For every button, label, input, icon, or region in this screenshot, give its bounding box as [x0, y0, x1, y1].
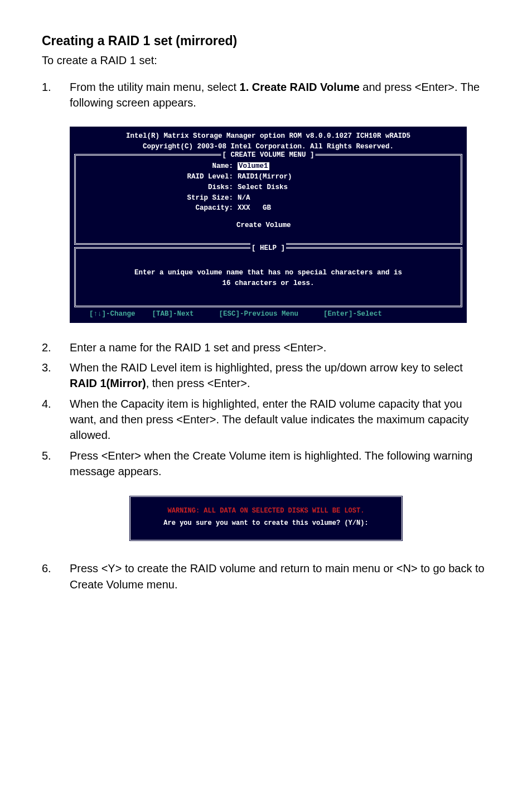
create-volume-action[interactable]: Create Volume: [76, 220, 461, 231]
field-value: Volume1: [238, 161, 269, 172]
step-text: Enter a name for the RAID 1 set and pres…: [70, 340, 490, 355]
text-fragment: When the RAID Level item is highlighted,…: [70, 361, 463, 374]
field-label: Disks:: [81, 182, 238, 193]
field-value: Select Disks: [238, 182, 288, 193]
text-fragment: From the utility main menu, select: [70, 81, 240, 93]
step-number: 2.: [42, 340, 70, 355]
step-text: Press <Y> to create the RAID volume and …: [70, 561, 490, 592]
create-volume-menu-box: [ CREATE VOLUME MENU ] Name: Volume1 RAI…: [74, 154, 462, 245]
step-2: 2. Enter a name for the RAID 1 set and p…: [42, 340, 490, 355]
step-list-2: 2. Enter a name for the RAID 1 set and p…: [42, 340, 490, 480]
field-value: RAID1(Mirror): [238, 172, 292, 182]
step-number: 6.: [42, 561, 70, 592]
step-number: 1.: [42, 79, 70, 111]
bios-screenshot: Intel(R) Matrix Storage Manager option R…: [70, 127, 467, 323]
step-text: From the utility main menu, select 1. Cr…: [70, 79, 490, 111]
bold-label: 1. Create RAID Volume: [240, 81, 360, 93]
field-capacity-row: Capacity: XXX GB: [76, 203, 461, 214]
step-list-3: 6. Press <Y> to create the RAID volume a…: [42, 561, 490, 592]
warning-dialog: WARNING: ALL DATA ON SELECTED DISKS WILL…: [129, 495, 403, 542]
step-number: 5.: [42, 448, 70, 480]
volume-name-input[interactable]: Volume1: [238, 162, 269, 170]
warning-prompt: Are you sure you want to create this vol…: [130, 517, 402, 530]
step-5: 5. Press <Enter> when the Create Volume …: [42, 448, 490, 480]
step-list-1: 1. From the utility main menu, select 1.…: [42, 79, 490, 111]
help-text-line-2: 16 characters or less.: [76, 278, 461, 289]
bios-title-line-1: Intel(R) Matrix Storage Manager option R…: [71, 131, 466, 142]
help-text-line-1: Enter a unique volume name that has no s…: [76, 268, 461, 278]
step-4: 4. When the Capacity item is highlighted…: [42, 396, 490, 443]
field-disks-row: Disks: Select Disks: [76, 182, 461, 193]
help-box: [ HELP ] Enter a unique volume name that…: [74, 247, 462, 307]
step-number: 3.: [42, 360, 70, 392]
field-name-row: Name: Volume1: [76, 161, 461, 172]
field-strip-size-row: Strip Size: N/A: [76, 193, 461, 204]
step-text: When the Capacity item is highlighted, e…: [70, 396, 490, 443]
step-text: When the RAID Level item is highlighted,…: [70, 360, 490, 392]
step-1: 1. From the utility main menu, select 1.…: [42, 79, 490, 111]
create-volume-menu-label: [ CREATE VOLUME MENU ]: [221, 150, 315, 161]
step-number: 4.: [42, 396, 70, 443]
step-3: 3. When the RAID Level item is highlight…: [42, 360, 490, 392]
field-raid-level-row: RAID Level: RAID1(Mirror): [76, 172, 461, 182]
field-label: Strip Size:: [81, 193, 238, 204]
warning-text-red: WARNING: ALL DATA ON SELECTED DISKS WILL…: [130, 505, 402, 518]
help-box-label: [ HELP ]: [250, 243, 286, 254]
field-label: RAID Level:: [81, 172, 238, 182]
bios-key-hints: [↑↓]-Change [TAB]-Next [ESC]-Previous Me…: [71, 307, 466, 322]
intro-text: To create a RAID 1 set:: [42, 54, 490, 67]
field-value: XXX GB: [238, 203, 271, 214]
field-value: N/A: [238, 193, 250, 204]
text-fragment: , then press <Enter>.: [146, 377, 250, 389]
step-text: Press <Enter> when the Create Volume ite…: [70, 448, 490, 480]
step-6: 6. Press <Y> to create the RAID volume a…: [42, 561, 490, 592]
bold-label: RAID 1(Mirror): [70, 377, 146, 389]
field-label: Name:: [81, 161, 238, 172]
section-heading: Creating a RAID 1 set (mirrored): [42, 33, 490, 49]
field-label: Capacity:: [81, 203, 238, 214]
